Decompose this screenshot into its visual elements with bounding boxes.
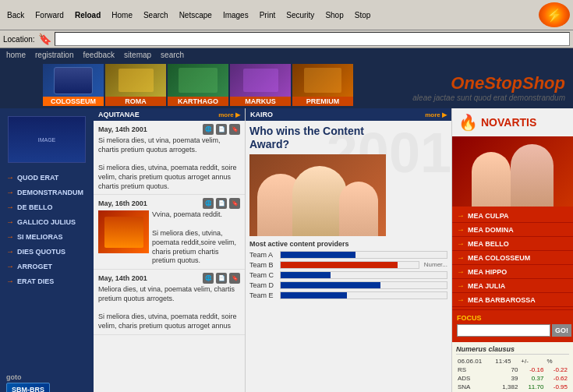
arrow-icon: → xyxy=(6,277,14,285)
providers-title: Most active content providers xyxy=(249,240,447,248)
right-nav-mea-bello[interactable]: → MEA BELLO xyxy=(452,237,573,251)
tab-karthago[interactable]: KARTHAGO xyxy=(168,64,228,106)
novartis-logo: NOVARTIS xyxy=(481,116,536,129)
provider-bar-d xyxy=(281,282,380,288)
provider-row-e: Team E xyxy=(249,291,447,299)
tab-colosseum[interactable]: COLOSSEUM xyxy=(43,64,104,106)
right-arrow-icon: → xyxy=(457,225,465,234)
category-tabs: COLOSSEUM ROMA KARTHAGO xyxy=(0,62,353,106)
goto-box: goto SBM-BRS xyxy=(0,366,94,392)
numerus-title: Numerus clausus xyxy=(456,345,569,355)
sidebar-item-si-melioras[interactable]: → SI MELIORAS xyxy=(0,230,94,243)
article-1-text2: Si meliora dies, utvina, poemata reddit,… xyxy=(98,164,240,191)
sidebar-item-arroget[interactable]: → ARROGET xyxy=(0,260,94,273)
numerus-badge: Numer... xyxy=(424,261,447,268)
sidebar-item-label: ARROGET xyxy=(17,263,52,270)
article-3-date: May, 14th 2001 🌐 📄 🔖 xyxy=(98,273,240,284)
focus-go-button[interactable]: GO! xyxy=(552,324,571,337)
search-button[interactable]: Search xyxy=(140,9,172,21)
stop-button[interactable]: Stop xyxy=(351,9,375,21)
right-nav-mea-barbarossa[interactable]: → MEA BARBAROSSA xyxy=(452,293,573,307)
sidebar-item-erat-dies[interactable]: → ERAT DIES xyxy=(0,274,94,288)
tab-roma[interactable]: ROMA xyxy=(105,64,166,106)
globe-icon-2[interactable]: 🌐 xyxy=(203,198,214,209)
location-input[interactable] xyxy=(55,32,570,46)
shop-button[interactable]: Shop xyxy=(321,9,347,21)
numerus-row-rs: RS 70 -0.16 -0.22 xyxy=(456,366,569,374)
article-2-body: Vvina, poemata reddit. Si meliora dies, … xyxy=(98,210,240,265)
right-nav-mea-hippo[interactable]: → MEA HIPPO xyxy=(452,265,573,279)
kairo-content: 2001 Who wins the Content Award? xyxy=(246,121,451,305)
sidebar-item-dies-quotus[interactable]: → DIES QUOTUS xyxy=(0,245,94,258)
right-nav-label: MEA CULPA xyxy=(468,212,509,220)
sidebar-item-de-bello[interactable]: → DE BELLO xyxy=(0,200,94,214)
right-nav-mea-julia[interactable]: → MEA JULIA xyxy=(452,279,573,293)
novartis-icon: 🔥 xyxy=(458,113,478,132)
focus-input[interactable] xyxy=(457,324,550,337)
sidebar-item-label: ERAT DIES xyxy=(17,277,54,285)
tab-markus[interactable]: MARKUS xyxy=(230,64,291,106)
aquitanae-more[interactable]: more ▶ xyxy=(218,111,240,118)
sidebar-item-label: DEMONSTRANDUM xyxy=(17,189,83,196)
location-label: Location: xyxy=(3,35,35,44)
right-nav-mea-colosseum[interactable]: → MEA COLOSSEUM xyxy=(452,251,573,265)
sidebar-item-label: SI MELIORAS xyxy=(17,233,63,241)
numerus-row-ads: ADS 39 0.37 -0.62 xyxy=(456,374,569,383)
doc-icon-3[interactable]: 📄 xyxy=(216,273,227,284)
tab-premium[interactable]: PREMIUM xyxy=(292,64,353,106)
goto-label: goto xyxy=(6,373,22,381)
sidebar-item-demonstrandum[interactable]: → DEMONSTRANDUM xyxy=(0,185,94,199)
kairo-title: KAIRO xyxy=(250,111,273,118)
goto-button[interactable]: SBM-BRS xyxy=(6,383,50,392)
right-nav-mea-culpa[interactable]: → MEA CULPA xyxy=(452,209,573,223)
provider-label-d: Team D xyxy=(249,281,277,289)
nav-registration[interactable]: registration xyxy=(35,51,73,59)
images-button[interactable]: Images xyxy=(219,9,253,21)
arrow-icon: → xyxy=(6,247,14,256)
nav-sitemap[interactable]: sitemap xyxy=(124,51,151,59)
provider-row-a: Team A xyxy=(249,251,447,259)
doc-icon[interactable]: 📄 xyxy=(216,124,227,135)
sidebar-item-quod-erat[interactable]: → QUOD ERAT xyxy=(0,171,94,184)
print-button[interactable]: Print xyxy=(256,9,280,21)
focus-input-row: GO! xyxy=(457,324,568,337)
reload-button[interactable]: Reload xyxy=(71,9,104,21)
right-arrow-icon: → xyxy=(457,211,465,220)
nav-feedback[interactable]: feedback xyxy=(83,51,115,59)
sidebar-item-gallico[interactable]: → GALLICO JULIUS xyxy=(0,215,94,228)
nav-home[interactable]: home xyxy=(6,51,26,59)
nav-search[interactable]: search xyxy=(161,51,184,59)
sidebar-nav: → QUOD ERAT → DEMONSTRANDUM → DE BELLO →… xyxy=(0,171,94,288)
right-arrow-icon: → xyxy=(457,295,465,304)
security-button[interactable]: Security xyxy=(282,9,318,21)
right-arrow-icon: → xyxy=(457,253,465,262)
article-1-date: May, 14th 2001 🌐 📄 🔖 xyxy=(98,124,240,135)
sidebar-item-label: GALLICO JULIUS xyxy=(17,218,76,226)
globe-icon[interactable]: 🌐 xyxy=(203,124,214,135)
home-button[interactable]: Home xyxy=(108,9,136,21)
numerus-time-header: 11:45 xyxy=(493,357,519,366)
numerus-date: 06.06.01 xyxy=(456,357,493,366)
right-nav-mea-domina[interactable]: → MEA DOMINA xyxy=(452,223,573,237)
forward-button[interactable]: Forward xyxy=(31,9,68,21)
bookmark-icon-3[interactable]: 🔖 xyxy=(229,273,240,284)
left-banner: IMAGE xyxy=(0,112,94,167)
doc-icon-2[interactable]: 📄 xyxy=(216,198,227,209)
tab-karthago-label: KARTHAGO xyxy=(168,97,228,106)
arrow-icon: → xyxy=(6,203,14,211)
bookmark-icon-2[interactable]: 🔖 xyxy=(229,198,240,209)
bookmark-icon[interactable]: 🔖 xyxy=(229,124,240,135)
back-button[interactable]: Back xyxy=(3,9,28,21)
provider-label-e: Team E xyxy=(249,291,277,299)
tab-premium-label: PREMIUM xyxy=(292,97,353,106)
provider-label-b: Team B xyxy=(249,261,277,269)
tab-colosseum-label: COLOSSEUM xyxy=(43,97,104,106)
arrow-icon: → xyxy=(6,188,14,196)
globe-icon-3[interactable]: 🌐 xyxy=(203,273,214,284)
netscape-button[interactable]: Netscape xyxy=(175,9,216,21)
kairo-more[interactable]: more ▶ xyxy=(425,111,447,118)
location-bar: Location: 🔖 xyxy=(0,30,573,48)
right-arrow-icon: → xyxy=(457,267,465,276)
article-2-texts: Vvina, poemata reddit. Si meliora dies, … xyxy=(152,210,240,265)
article-icons: 🌐 📄 🔖 xyxy=(203,124,240,135)
